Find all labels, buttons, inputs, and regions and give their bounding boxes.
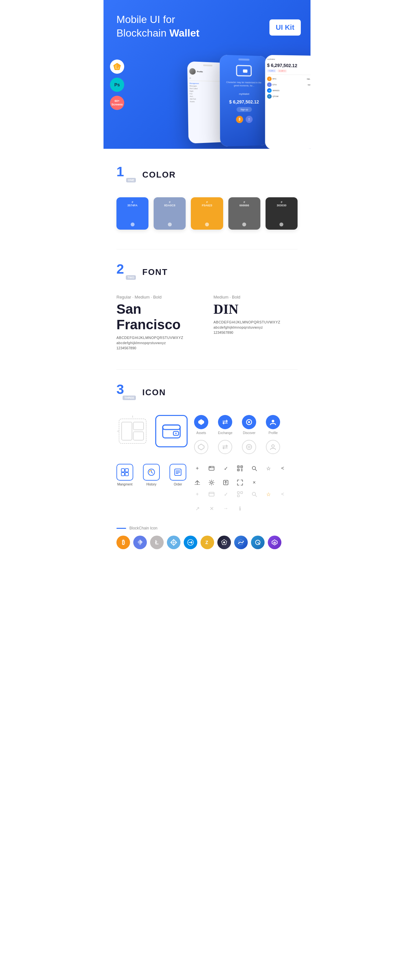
icon-section-header: 3 THREE ICON xyxy=(116,383,298,402)
x-icon-ghost: ✕ xyxy=(207,504,216,513)
svg-rect-25 xyxy=(121,469,124,472)
svg-rect-7 xyxy=(122,422,132,440)
font-section: 2 TWO FONT Regular · Medium · Bold San F… xyxy=(116,262,298,350)
swatch-orange: #F5A623 xyxy=(191,197,223,230)
nav-icon-discover-ghost xyxy=(242,440,256,454)
app-icons-group: Mangment History Order xyxy=(116,464,186,486)
eth-icon xyxy=(133,536,147,549)
app-icon-management: Mangment xyxy=(116,464,133,486)
wallet-icon-svg xyxy=(162,422,181,440)
swatch-slate: #8DA0C8 xyxy=(154,197,186,230)
search-icon xyxy=(250,464,259,473)
nav-icon-discover: Discover xyxy=(242,415,256,435)
ps-badge: Ps xyxy=(110,78,124,92)
svg-point-24 xyxy=(272,445,274,447)
svg-point-15 xyxy=(175,433,177,434)
swatch-dark: #303030 xyxy=(266,197,298,230)
font-din: Medium · Bold DIN ABCDEFGHIJKLMNOPQRSTUV… xyxy=(213,295,298,350)
divider-2 xyxy=(116,369,298,370)
svg-marker-21 xyxy=(198,444,204,450)
phone-center: Character may be masterized in thegreat … xyxy=(220,55,268,146)
star-icon: ☆ xyxy=(264,464,273,473)
svg-rect-6 xyxy=(119,419,146,444)
qr-icon-ghost xyxy=(236,490,245,499)
share-icon xyxy=(193,478,202,487)
svg-point-65 xyxy=(223,541,225,543)
font-sf: Regular · Medium · Bold San Francisco AB… xyxy=(116,295,201,350)
color-section-number: 1 ONE xyxy=(116,165,136,185)
sketch-badge xyxy=(110,59,124,74)
svg-point-56 xyxy=(252,492,256,495)
btc-icon: ₿ xyxy=(116,536,130,549)
svg-rect-40 xyxy=(238,466,239,467)
svg-point-19 xyxy=(248,421,250,423)
check-icon: ✓ xyxy=(221,464,230,473)
matic-icon xyxy=(268,536,282,549)
search-icon-ghost xyxy=(250,490,259,499)
swatch-blue: #3574FA xyxy=(116,197,148,230)
blockchain-label-row: BlockChain Icon xyxy=(116,526,298,530)
svg-rect-53 xyxy=(237,492,239,493)
nav-icons-ghost xyxy=(194,440,298,454)
nav-icon-assets: Assets xyxy=(194,415,208,435)
svg-rect-54 xyxy=(240,492,243,493)
icon-section-number: 3 THREE xyxy=(116,383,136,402)
color-swatches: #3574FA #8DA0C8 #F5A623 #666666 xyxy=(116,197,298,230)
app-icon-order: Order xyxy=(169,464,186,486)
svg-marker-17 xyxy=(198,419,204,425)
icon-section-title: ICON xyxy=(142,387,166,398)
font-section-number: 2 TWO xyxy=(116,262,136,282)
edit-icon-ghost xyxy=(207,490,216,499)
font-section-header: 2 TWO FONT xyxy=(116,262,298,282)
svg-point-22 xyxy=(247,444,252,450)
app-icons-row: Mangment History Order + xyxy=(116,464,298,519)
dash-icon xyxy=(184,536,197,549)
check-icon-ghost: ✓ xyxy=(221,490,230,499)
swatch-gray: #666666 xyxy=(228,197,260,230)
svg-point-20 xyxy=(272,420,274,422)
svg-line-47 xyxy=(255,469,257,471)
arrow-icon-ghost: → xyxy=(221,504,230,513)
svg-rect-34 xyxy=(209,466,214,470)
color-section-header: 1 ONE COLOR xyxy=(116,165,298,185)
info-icon-ghost: ℹ xyxy=(236,504,245,513)
expand-icon xyxy=(236,478,245,487)
plus-icon: + xyxy=(193,464,202,473)
nav-icon-exchange: Exchange xyxy=(218,415,232,435)
ltc-icon: Ł xyxy=(150,536,164,549)
color-section-title: COLOR xyxy=(142,170,176,180)
waves-icon xyxy=(234,536,248,549)
nav-icons-area: Assets Exchange Discover xyxy=(194,415,298,454)
misc-icons-row-ghost: + ✓ ☆ < ↗ ✕ → ℹ xyxy=(193,490,298,513)
svg-rect-51 xyxy=(209,492,214,496)
svg-rect-27 xyxy=(121,473,124,476)
star-icon-ghost: ☆ xyxy=(264,490,273,499)
hero-section: Mobile UI for Blockchain Wallet UI Kit P… xyxy=(104,0,310,149)
close-icon: × xyxy=(250,478,259,487)
svg-rect-42 xyxy=(238,469,239,470)
svg-point-46 xyxy=(252,466,256,469)
svg-rect-28 xyxy=(125,473,128,476)
phone-mockups: Profile AI Management Messages Red Calle… xyxy=(181,45,310,149)
qtum-icon xyxy=(251,536,264,549)
wireframe-icon-svg xyxy=(116,415,149,447)
hero-title: Mobile UI for Blockchain Wallet xyxy=(116,13,226,40)
zcash-icon: Z xyxy=(201,536,214,549)
nem-icon xyxy=(167,536,180,549)
color-section: 1 ONE COLOR #3574FA #8DA0C8 #F5A623 xyxy=(116,165,298,230)
settings-icon xyxy=(207,478,216,487)
qr-icon xyxy=(236,464,245,473)
nav-icon-profile-ghost xyxy=(266,440,280,454)
svg-rect-13 xyxy=(163,425,180,430)
main-content: 1 ONE COLOR #3574FA #8DA0C8 #F5A623 xyxy=(104,149,310,585)
svg-point-23 xyxy=(248,446,250,448)
misc-icons-area: + ✓ ☆ < xyxy=(193,464,298,519)
svg-rect-41 xyxy=(241,466,242,467)
upload-icon xyxy=(221,478,230,487)
font-grid: Regular · Medium · Bold San Francisco AB… xyxy=(116,295,298,350)
svg-rect-5 xyxy=(243,70,247,73)
nav-icon-exchange-ghost xyxy=(218,440,232,454)
icon-grid-top: Assets Exchange Discover xyxy=(116,415,298,454)
screens-badge: 60+Screens xyxy=(110,96,124,110)
app-icon-history: History xyxy=(143,464,160,486)
